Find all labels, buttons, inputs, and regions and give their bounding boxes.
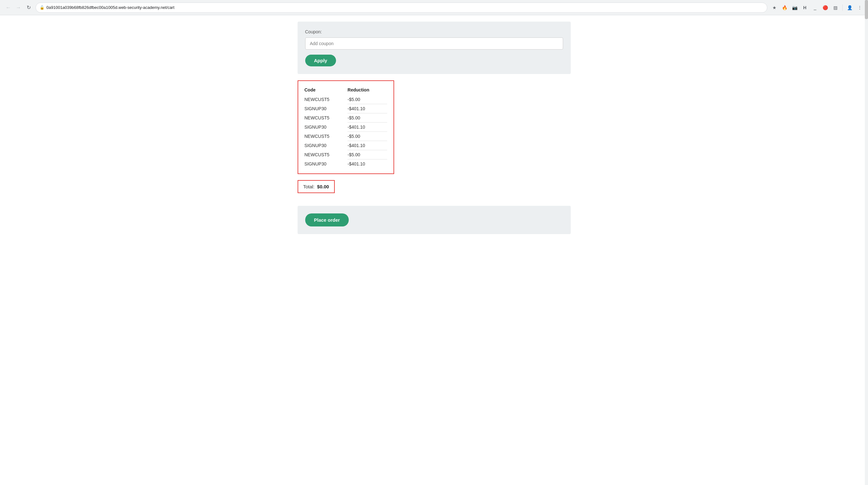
table-row: SIGNUP30-$401.10 [305,141,387,150]
coupon-code-cell: SIGNUP30 [305,104,348,113]
extension1-button[interactable]: 🔥 [780,3,789,12]
total-label: Total: [303,184,315,189]
menu-button[interactable]: ⋮ [855,3,864,12]
coupon-reduction-cell: -$5.00 [347,150,387,159]
nav-buttons: ← → ↻ [4,3,33,12]
forward-button[interactable]: → [14,3,23,12]
coupon-section: Coupon: Apply [298,22,571,74]
table-row: SIGNUP30-$401.10 [305,159,387,169]
coupon-table-wrapper: Code Reduction NEWCUST5-$5.00SIGNUP30-$4… [298,80,394,174]
coupon-reduction-cell: -$401.10 [347,141,387,150]
coupon-reduction-cell: -$5.00 [347,95,387,104]
coupon-code-cell: NEWCUST5 [305,95,348,104]
col-header-code: Code [305,86,348,95]
page-content: Coupon: Apply Code Reduction NEWCUST5-$5… [298,15,571,240]
coupon-code-cell: NEWCUST5 [305,150,348,159]
place-order-button[interactable]: Place order [305,213,349,226]
url-text: 0a91001a039b68fb826dfbec00a1005d.web-sec… [46,5,763,10]
table-row: NEWCUST5-$5.00 [305,113,387,123]
coupon-label: Coupon: [305,29,563,34]
col-header-reduction: Reduction [347,86,387,95]
coupon-table: Code Reduction NEWCUST5-$5.00SIGNUP30-$4… [305,86,387,168]
extension5-button[interactable]: 🔴 [821,3,830,12]
coupon-code-cell: SIGNUP30 [305,141,348,150]
refresh-button[interactable]: ↻ [24,3,33,12]
table-row: NEWCUST5-$5.00 [305,132,387,141]
coupon-code-cell: NEWCUST5 [305,113,348,123]
coupon-code-cell: SIGNUP30 [305,123,348,132]
place-order-section: Place order [298,206,571,234]
extensions-button[interactable]: ▨ [831,3,840,12]
scrollbar-thumb[interactable] [865,0,868,19]
total-box: Total: $0.00 [298,180,335,193]
coupon-reduction-cell: -$401.10 [347,159,387,169]
bookmark-button[interactable]: ★ [770,3,779,12]
toolbar-separator [842,4,843,11]
extension4-button[interactable]: ⎯ [810,3,819,12]
address-bar[interactable]: 🔓 0a91001a039b68fb826dfbec00a1005d.web-s… [36,3,767,13]
security-icon: 🔓 [40,5,44,10]
table-row: SIGNUP30-$401.10 [305,104,387,113]
apply-button[interactable]: Apply [305,55,336,66]
back-button[interactable]: ← [4,3,13,12]
table-row: SIGNUP30-$401.10 [305,123,387,132]
total-value: $0.00 [317,184,329,189]
coupon-reduction-cell: -$5.00 [347,132,387,141]
extension3-button[interactable]: H [800,3,809,12]
coupon-code-cell: SIGNUP30 [305,159,348,169]
coupon-reduction-cell: -$401.10 [347,104,387,113]
table-row: NEWCUST5-$5.00 [305,150,387,159]
profile-button[interactable]: 👤 [845,3,854,12]
extension2-button[interactable]: 📷 [790,3,799,12]
browser-chrome: ← → ↻ 🔓 0a91001a039b68fb826dfbec00a1005d… [0,0,868,15]
coupon-reduction-cell: -$5.00 [347,113,387,123]
coupon-reduction-cell: -$401.10 [347,123,387,132]
coupon-input[interactable] [305,37,563,50]
table-row: NEWCUST5-$5.00 [305,95,387,104]
toolbar-icons: ★ 🔥 📷 H ⎯ 🔴 ▨ 👤 ⋮ [770,3,864,12]
coupon-code-cell: NEWCUST5 [305,132,348,141]
scrollbar-track[interactable] [865,0,868,240]
